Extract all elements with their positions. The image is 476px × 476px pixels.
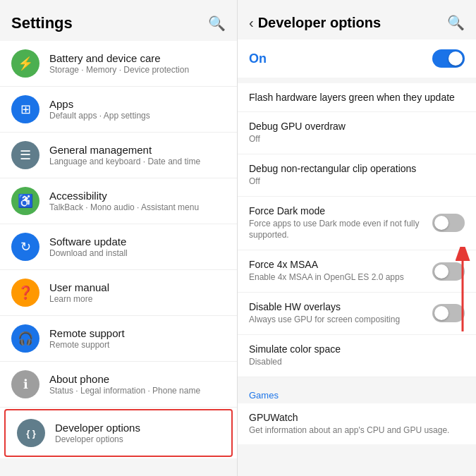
on-label: On — [249, 51, 267, 66]
dev-item-5[interactable]: Disable HW overlaysAlways use GPU for sc… — [238, 293, 476, 335]
back-button[interactable]: ‹ — [249, 15, 254, 31]
settings-list: ⚡Battery and device careStorage · Memory… — [0, 41, 237, 458]
settings-item-remote[interactable]: 🎧Remote supportRemote support — [0, 316, 237, 362]
apps-icon: ⊞ — [11, 95, 39, 123]
settings-item-developer[interactable]: { }Developer optionsDeveloper options — [4, 409, 233, 457]
dev-content: On Flash hardware layers green when they… — [238, 39, 476, 473]
dev-item-4[interactable]: Force 4x MSAAEnable 4x MSAA in OpenGL ES… — [238, 250, 476, 293]
about-icon: ℹ — [11, 370, 39, 398]
dev-item-title-3: Force Dark mode — [249, 205, 425, 216]
settings-item-software[interactable]: ↻Software updateDownload and install — [0, 224, 237, 270]
battery-subtitle: Storage · Memory · Device protection — [49, 65, 226, 75]
dev-item-subtitle-1: Off — [249, 133, 458, 145]
dev-item-subtitle-4: Enable 4x MSAA in OpenGL ES 2.0 apps — [249, 271, 425, 283]
accessibility-icon: ♿ — [11, 187, 39, 215]
dev-toggle-3[interactable] — [432, 214, 465, 232]
dev-item-title-4: Force 4x MSAA — [249, 259, 425, 270]
settings-item-apps[interactable]: ⊞AppsDefault apps · App settings — [0, 87, 237, 133]
apps-subtitle: Default apps · App settings — [49, 111, 226, 121]
developer-subtitle: Developer options — [55, 434, 220, 444]
dev-options-section: Flash hardware layers green when they up… — [238, 83, 476, 377]
right-panel: ‹ Developer options 🔍 On Flash hardware … — [238, 0, 476, 476]
general-icon: ☰ — [11, 141, 39, 169]
remote-subtitle: Remote support — [49, 340, 226, 350]
right-search-icon[interactable]: 🔍 — [447, 14, 465, 31]
left-panel: Settings 🔍 ⚡Battery and device careStora… — [0, 0, 238, 476]
developer-title: Developer options — [55, 422, 220, 434]
general-subtitle: Language and keyboard · Date and time — [49, 157, 226, 166]
accessibility-subtitle: TalkBack · Mono audio · Assistant menu — [49, 202, 226, 212]
remote-title: Remote support — [49, 327, 226, 339]
dev-item-title-0: Flash hardware layers green when they up… — [249, 92, 458, 103]
dev-item-subtitle-5: Always use GPU for screen compositing — [249, 314, 425, 326]
right-panel-title: Developer options — [258, 15, 447, 31]
on-toggle-card: On — [238, 39, 476, 78]
dev-item-2[interactable]: Debug non-rectangular clip operationsOff — [238, 154, 476, 197]
left-header: Settings 🔍 — [0, 0, 237, 41]
manual-subtitle: Learn more — [49, 294, 226, 304]
dev-item-3[interactable]: Force Dark modeForce apps to use Dark mo… — [238, 197, 476, 251]
left-panel-title: Settings — [11, 14, 73, 32]
gpuwatch-subtitle: Get information about an app's CPU and G… — [249, 425, 458, 437]
gpuwatch-section: GPUWatch Get information about an app's … — [238, 403, 476, 445]
settings-item-about[interactable]: ℹAbout phoneStatus · Legal information ·… — [0, 362, 237, 408]
dev-toggle-4[interactable] — [432, 262, 465, 281]
dev-item-6[interactable]: Simulate color spaceDisabled — [238, 335, 476, 377]
dev-item-0[interactable]: Flash hardware layers green when they up… — [238, 83, 476, 112]
manual-title: User manual — [49, 281, 226, 293]
games-section-label: Games — [238, 383, 476, 403]
about-subtitle: Status · Legal information · Phone name — [49, 386, 226, 396]
gpuwatch-item[interactable]: GPUWatch Get information about an app's … — [238, 403, 476, 445]
manual-icon: ❓ — [11, 279, 39, 307]
settings-item-accessibility[interactable]: ♿AccessibilityTalkBack · Mono audio · As… — [0, 178, 237, 224]
dev-item-title-6: Simulate color space — [249, 343, 458, 355]
gpuwatch-title: GPUWatch — [249, 412, 458, 423]
battery-icon: ⚡ — [11, 49, 39, 78]
dev-item-subtitle-3: Force apps to use Dark mode even if not … — [249, 218, 425, 242]
dev-item-title-5: Disable HW overlays — [249, 301, 425, 312]
developer-icon: { } — [17, 419, 45, 447]
dev-toggle-5[interactable] — [432, 304, 465, 322]
software-title: Software update — [49, 236, 226, 248]
dev-item-title-2: Debug non-rectangular clip operations — [249, 163, 458, 174]
dev-item-title-1: Debug GPU overdraw — [249, 121, 458, 132]
about-title: About phone — [49, 373, 226, 385]
battery-title: Battery and device care — [49, 52, 226, 64]
dev-item-subtitle-2: Off — [249, 176, 458, 188]
right-header: ‹ Developer options 🔍 — [238, 0, 476, 39]
settings-item-battery[interactable]: ⚡Battery and device careStorage · Memory… — [0, 41, 237, 87]
dev-item-subtitle-6: Disabled — [249, 356, 458, 368]
remote-icon: 🎧 — [11, 324, 39, 353]
general-title: General management — [49, 144, 226, 156]
left-search-icon[interactable]: 🔍 — [208, 15, 226, 32]
dev-item-1[interactable]: Debug GPU overdrawOff — [238, 112, 476, 154]
settings-item-manual[interactable]: ❓User manualLearn more — [0, 270, 237, 316]
accessibility-title: Accessibility — [49, 190, 226, 202]
settings-item-general[interactable]: ☰General managementLanguage and keyboard… — [0, 133, 237, 178]
on-toggle[interactable] — [432, 49, 465, 68]
software-subtitle: Download and install — [49, 248, 226, 258]
software-icon: ↻ — [11, 233, 39, 261]
apps-title: Apps — [49, 98, 226, 110]
